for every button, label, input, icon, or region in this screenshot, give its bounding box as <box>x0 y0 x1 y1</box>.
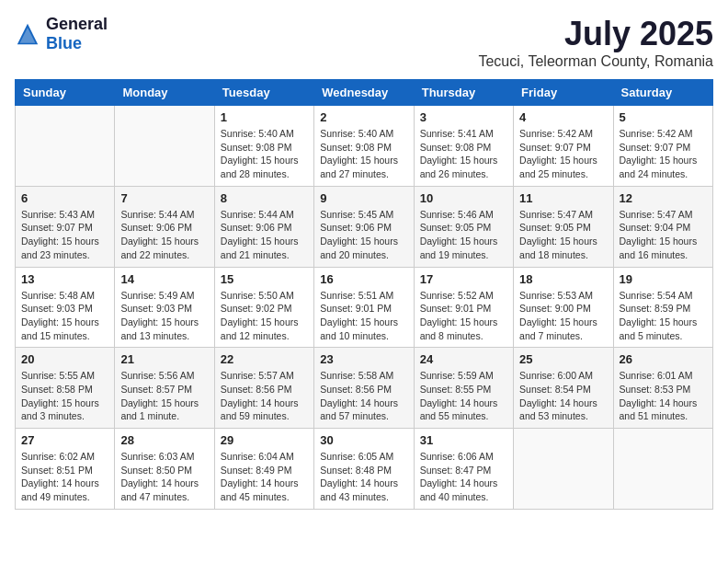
calendar-header-row: SundayMondayTuesdayWednesdayThursdayFrid… <box>16 80 713 106</box>
day-number: 7 <box>120 191 208 205</box>
calendar-cell: 25Sunrise: 6:00 AM Sunset: 8:54 PM Dayli… <box>514 348 613 429</box>
day-info: Sunrise: 5:49 AM Sunset: 9:03 PM Dayligh… <box>120 289 208 343</box>
calendar-title: July 2025 <box>478 15 713 53</box>
week-row-2: 6Sunrise: 5:43 AM Sunset: 9:07 PM Daylig… <box>16 186 713 267</box>
day-info: Sunrise: 5:47 AM Sunset: 9:05 PM Dayligh… <box>519 208 607 262</box>
calendar-cell: 11Sunrise: 5:47 AM Sunset: 9:05 PM Dayli… <box>514 186 613 267</box>
calendar-cell: 14Sunrise: 5:49 AM Sunset: 9:03 PM Dayli… <box>115 267 214 348</box>
logo-text: General Blue <box>46 15 108 53</box>
day-info: Sunrise: 5:57 AM Sunset: 8:56 PM Dayligh… <box>221 369 308 423</box>
logo-general: General <box>46 15 108 34</box>
day-number: 10 <box>420 191 507 205</box>
calendar-cell: 4Sunrise: 5:42 AM Sunset: 9:07 PM Daylig… <box>514 106 613 187</box>
day-number: 28 <box>120 433 208 447</box>
day-number: 4 <box>519 110 607 124</box>
day-info: Sunrise: 5:40 AM Sunset: 9:08 PM Dayligh… <box>221 127 308 181</box>
calendar-cell <box>115 106 214 187</box>
day-info: Sunrise: 5:45 AM Sunset: 9:06 PM Dayligh… <box>320 208 407 262</box>
day-header-tuesday: Tuesday <box>214 80 313 106</box>
calendar-cell: 7Sunrise: 5:44 AM Sunset: 9:06 PM Daylig… <box>115 186 214 267</box>
day-info: Sunrise: 5:51 AM Sunset: 9:01 PM Dayligh… <box>320 289 407 343</box>
day-number: 8 <box>221 191 308 205</box>
day-number: 22 <box>221 352 308 366</box>
day-info: Sunrise: 5:55 AM Sunset: 8:58 PM Dayligh… <box>21 369 108 423</box>
logo-icon <box>15 21 40 47</box>
day-info: Sunrise: 6:01 AM Sunset: 8:53 PM Dayligh… <box>620 369 707 423</box>
calendar-cell: 31Sunrise: 6:06 AM Sunset: 8:47 PM Dayli… <box>414 429 513 510</box>
day-number: 13 <box>21 272 108 286</box>
day-number: 1 <box>221 110 308 124</box>
week-row-1: 1Sunrise: 5:40 AM Sunset: 9:08 PM Daylig… <box>16 106 713 187</box>
calendar-cell: 27Sunrise: 6:02 AM Sunset: 8:51 PM Dayli… <box>16 429 115 510</box>
day-info: Sunrise: 5:52 AM Sunset: 9:01 PM Dayligh… <box>420 289 507 343</box>
calendar-cell: 22Sunrise: 5:57 AM Sunset: 8:56 PM Dayli… <box>214 348 313 429</box>
day-header-thursday: Thursday <box>414 80 513 106</box>
day-info: Sunrise: 6:05 AM Sunset: 8:48 PM Dayligh… <box>320 450 407 504</box>
day-header-wednesday: Wednesday <box>314 80 414 106</box>
day-number: 2 <box>320 110 407 124</box>
day-number: 6 <box>21 191 108 205</box>
day-header-sunday: Sunday <box>16 80 115 106</box>
day-info: Sunrise: 5:46 AM Sunset: 9:05 PM Dayligh… <box>420 208 507 262</box>
calendar-cell: 6Sunrise: 5:43 AM Sunset: 9:07 PM Daylig… <box>16 186 115 267</box>
day-number: 5 <box>620 110 707 124</box>
day-number: 26 <box>620 352 707 366</box>
day-info: Sunrise: 5:42 AM Sunset: 9:07 PM Dayligh… <box>519 127 607 181</box>
day-header-monday: Monday <box>115 80 214 106</box>
day-info: Sunrise: 6:02 AM Sunset: 8:51 PM Dayligh… <box>21 450 108 504</box>
day-info: Sunrise: 5:44 AM Sunset: 9:06 PM Dayligh… <box>221 208 308 262</box>
day-number: 3 <box>420 110 507 124</box>
day-info: Sunrise: 6:03 AM Sunset: 8:50 PM Dayligh… <box>120 450 208 504</box>
day-info: Sunrise: 5:40 AM Sunset: 9:08 PM Dayligh… <box>320 127 407 181</box>
day-info: Sunrise: 5:56 AM Sunset: 8:57 PM Dayligh… <box>120 369 208 423</box>
calendar-cell: 12Sunrise: 5:47 AM Sunset: 9:04 PM Dayli… <box>613 186 712 267</box>
day-info: Sunrise: 5:42 AM Sunset: 9:07 PM Dayligh… <box>620 127 707 181</box>
week-row-3: 13Sunrise: 5:48 AM Sunset: 9:03 PM Dayli… <box>16 267 713 348</box>
calendar-cell: 23Sunrise: 5:58 AM Sunset: 8:56 PM Dayli… <box>314 348 414 429</box>
calendar-cell: 29Sunrise: 6:04 AM Sunset: 8:49 PM Dayli… <box>214 429 313 510</box>
calendar-cell: 24Sunrise: 5:59 AM Sunset: 8:55 PM Dayli… <box>414 348 513 429</box>
calendar-cell: 13Sunrise: 5:48 AM Sunset: 9:03 PM Dayli… <box>16 267 115 348</box>
day-number: 16 <box>320 272 407 286</box>
week-row-5: 27Sunrise: 6:02 AM Sunset: 8:51 PM Dayli… <box>16 429 713 510</box>
logo-blue: Blue <box>46 34 108 53</box>
day-info: Sunrise: 5:41 AM Sunset: 9:08 PM Dayligh… <box>420 127 507 181</box>
calendar-cell: 17Sunrise: 5:52 AM Sunset: 9:01 PM Dayli… <box>414 267 513 348</box>
day-info: Sunrise: 5:47 AM Sunset: 9:04 PM Dayligh… <box>620 208 707 262</box>
day-number: 21 <box>120 352 208 366</box>
calendar-cell: 3Sunrise: 5:41 AM Sunset: 9:08 PM Daylig… <box>414 106 513 187</box>
calendar-cell: 30Sunrise: 6:05 AM Sunset: 8:48 PM Dayli… <box>314 429 414 510</box>
calendar-cell: 15Sunrise: 5:50 AM Sunset: 9:02 PM Dayli… <box>214 267 313 348</box>
calendar-cell <box>16 106 115 187</box>
calendar-cell: 9Sunrise: 5:45 AM Sunset: 9:06 PM Daylig… <box>314 186 414 267</box>
day-number: 11 <box>519 191 607 205</box>
calendar-subtitle: Tecuci, Teleorman County, Romania <box>478 53 713 70</box>
day-info: Sunrise: 5:48 AM Sunset: 9:03 PM Dayligh… <box>21 289 108 343</box>
calendar-cell: 10Sunrise: 5:46 AM Sunset: 9:05 PM Dayli… <box>414 186 513 267</box>
day-info: Sunrise: 6:06 AM Sunset: 8:47 PM Dayligh… <box>420 450 507 504</box>
calendar-cell: 2Sunrise: 5:40 AM Sunset: 9:08 PM Daylig… <box>314 106 414 187</box>
day-number: 29 <box>221 433 308 447</box>
calendar-cell: 16Sunrise: 5:51 AM Sunset: 9:01 PM Dayli… <box>314 267 414 348</box>
day-number: 17 <box>420 272 507 286</box>
calendar-cell: 19Sunrise: 5:54 AM Sunset: 8:59 PM Dayli… <box>613 267 712 348</box>
page-header: General Blue July 2025 Tecuci, Teleorman… <box>15 15 713 70</box>
week-row-4: 20Sunrise: 5:55 AM Sunset: 8:58 PM Dayli… <box>16 348 713 429</box>
title-block: July 2025 Tecuci, Teleorman County, Roma… <box>478 15 713 70</box>
calendar-cell: 21Sunrise: 5:56 AM Sunset: 8:57 PM Dayli… <box>115 348 214 429</box>
logo: General Blue <box>15 15 108 53</box>
day-number: 18 <box>519 272 607 286</box>
calendar-cell: 26Sunrise: 6:01 AM Sunset: 8:53 PM Dayli… <box>613 348 712 429</box>
day-number: 23 <box>320 352 407 366</box>
day-info: Sunrise: 5:43 AM Sunset: 9:07 PM Dayligh… <box>21 208 108 262</box>
day-number: 30 <box>320 433 407 447</box>
calendar-cell: 20Sunrise: 5:55 AM Sunset: 8:58 PM Dayli… <box>16 348 115 429</box>
day-number: 31 <box>420 433 507 447</box>
day-info: Sunrise: 5:44 AM Sunset: 9:06 PM Dayligh… <box>120 208 208 262</box>
day-number: 15 <box>221 272 308 286</box>
calendar-cell <box>514 429 613 510</box>
day-info: Sunrise: 5:53 AM Sunset: 9:00 PM Dayligh… <box>519 289 607 343</box>
day-number: 25 <box>519 352 607 366</box>
day-info: Sunrise: 6:00 AM Sunset: 8:54 PM Dayligh… <box>519 369 607 423</box>
calendar-cell: 1Sunrise: 5:40 AM Sunset: 9:08 PM Daylig… <box>214 106 313 187</box>
